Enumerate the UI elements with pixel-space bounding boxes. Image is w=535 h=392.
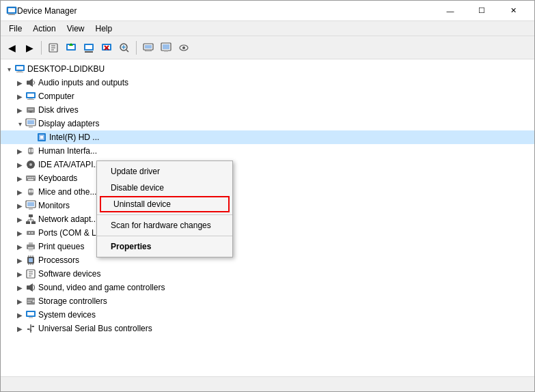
- menu-bar: File Action View Help: [1, 21, 534, 36]
- forward-button[interactable]: ▶: [21, 40, 38, 56]
- ctx-properties[interactable]: Properties: [97, 238, 232, 255]
- svg-rect-81: [29, 242, 33, 244]
- ide-label: IDE ATA/ATAPI...: [38, 160, 100, 169]
- processors-icon: [25, 255, 36, 266]
- disk-expander[interactable]: ▶: [14, 104, 25, 115]
- menu-view[interactable]: View: [61, 23, 90, 35]
- processors-label: Processors: [38, 255, 79, 265]
- tree-root[interactable]: ▾ DESKTOP-LDIDKBU: [1, 62, 534, 76]
- properties-button[interactable]: [45, 40, 61, 56]
- hid-label: Human Interfa...: [38, 146, 97, 156]
- computer-expander[interactable]: ▶: [14, 91, 25, 102]
- monitor-view-button[interactable]: [158, 40, 174, 56]
- svg-point-30: [182, 46, 185, 49]
- ctx-update-driver[interactable]: Update driver: [97, 163, 232, 180]
- ctx-disable-device[interactable]: Disable device: [97, 180, 232, 196]
- hid-expander[interactable]: ▶: [14, 145, 25, 156]
- svg-rect-83: [29, 249, 33, 251]
- close-button[interactable]: ✕: [497, 1, 529, 21]
- tree-hid[interactable]: ▶ Human Interfa...: [1, 144, 534, 158]
- system-expander[interactable]: ▶: [14, 309, 25, 320]
- tree-disk[interactable]: ▶ Disk drives: [1, 103, 534, 117]
- show-hidden-button[interactable]: [176, 40, 192, 56]
- root-expander[interactable]: ▾: [3, 64, 14, 74]
- display-label: Display adapters: [38, 119, 99, 128]
- tree-processors[interactable]: ▶ Processors: [1, 253, 534, 267]
- ide-expander[interactable]: ▶: [14, 159, 25, 170]
- network-expander[interactable]: ▶: [14, 214, 25, 225]
- svg-rect-35: [27, 81, 29, 85]
- menu-help[interactable]: Help: [90, 23, 118, 35]
- network-icon: [25, 214, 36, 225]
- maximize-button[interactable]: ☐: [466, 1, 497, 21]
- display-expander[interactable]: ▾: [14, 118, 25, 129]
- svg-rect-78: [29, 232, 30, 234]
- svg-point-44: [29, 111, 32, 113]
- menu-file[interactable]: File: [3, 23, 27, 35]
- ports-icon: [25, 227, 36, 238]
- back-button[interactable]: ◀: [3, 40, 20, 56]
- ctx-scan-changes[interactable]: Scan for hardware changes: [97, 217, 232, 234]
- tree-usb[interactable]: ▶ Universal Serial Bus controllers: [1, 322, 534, 335]
- tree-mice[interactable]: ▶ Mice and othe...: [1, 185, 534, 199]
- title-bar: Device Manager — ☐ ✕: [1, 1, 534, 21]
- computer-label: Computer: [38, 92, 74, 101]
- svg-rect-68: [27, 202, 34, 206]
- svg-marker-36: [29, 79, 33, 87]
- tree-software[interactable]: ▶ Software devices: [1, 267, 534, 281]
- usb-expander[interactable]: ▶: [14, 323, 25, 334]
- mice-expander[interactable]: ▶: [14, 186, 25, 197]
- print-expander[interactable]: ▶: [14, 241, 25, 252]
- storage-expander[interactable]: ▶: [14, 296, 25, 307]
- tree-computer[interactable]: ▶ Computer: [1, 89, 534, 103]
- tree-keyboard[interactable]: ▶ Keyboards: [1, 171, 534, 185]
- hid-icon: [25, 145, 36, 156]
- sound-expander[interactable]: ▶: [14, 282, 25, 293]
- tree-display[interactable]: ▾ Display adapters: [1, 117, 534, 130]
- svg-point-99: [33, 300, 35, 303]
- software-expander[interactable]: ▶: [14, 268, 25, 279]
- tree-sound[interactable]: ▶ Sound, video and game controllers: [1, 281, 534, 294]
- tree-audio[interactable]: ▶ Audio inputs and outputs: [1, 76, 534, 89]
- monitors-icon: [25, 200, 36, 211]
- svg-rect-103: [27, 312, 34, 316]
- ports-expander[interactable]: ▶: [14, 227, 25, 238]
- svg-rect-101: [27, 302, 31, 303]
- monitor-view-icon: [161, 42, 172, 53]
- computer-view-icon: [143, 42, 154, 53]
- svg-rect-63: [28, 179, 33, 180]
- processors-expander[interactable]: ▶: [14, 255, 25, 266]
- window-title: Device Manager: [17, 6, 435, 16]
- scan-changes-button[interactable]: [116, 40, 133, 56]
- svg-rect-61: [31, 177, 33, 178]
- tree-monitors[interactable]: ▶ Monitors: [1, 199, 534, 212]
- tree-ide[interactable]: ▶ IDE ATA/ATAPI...: [1, 158, 534, 171]
- tree-storage[interactable]: ▶ Storage controllers: [1, 294, 534, 308]
- uninstall-button[interactable]: [98, 40, 115, 56]
- svg-rect-96: [27, 285, 29, 290]
- svg-rect-25: [145, 51, 152, 51]
- disable-icon: [83, 42, 94, 53]
- monitors-expander[interactable]: ▶: [14, 200, 25, 211]
- computer-view-button[interactable]: [140, 40, 156, 56]
- menu-action[interactable]: Action: [27, 23, 61, 35]
- ctx-separator-1: [97, 214, 232, 215]
- status-bar: [1, 376, 534, 391]
- keyboard-expander[interactable]: ▶: [14, 173, 25, 184]
- print-label: Print queues: [38, 242, 84, 251]
- tree-intel-hd[interactable]: ▶ Intel(R) HD ...: [1, 130, 534, 144]
- audio-expander[interactable]: ▶: [14, 77, 25, 88]
- tree-print[interactable]: ▶ Print queues: [1, 240, 534, 253]
- svg-rect-100: [27, 300, 32, 300]
- svg-rect-79: [31, 232, 33, 234]
- tree-ports[interactable]: ▶ Ports (COM & LPT): [1, 226, 534, 240]
- tree-network[interactable]: ▶ Network adapt...: [1, 212, 534, 226]
- ctx-uninstall-device[interactable]: Uninstall device: [100, 196, 230, 212]
- tree-system[interactable]: ▶ System devices: [1, 308, 534, 322]
- disable-button[interactable]: [81, 40, 97, 56]
- device-tree[interactable]: ▾ DESKTOP-LDIDKBU ▶ Audio inputs and out…: [1, 59, 534, 376]
- keyboard-label: Keyboards: [38, 173, 77, 183]
- print-icon: [25, 241, 36, 252]
- update-driver-button[interactable]: [63, 40, 79, 56]
- minimize-button[interactable]: —: [435, 1, 466, 21]
